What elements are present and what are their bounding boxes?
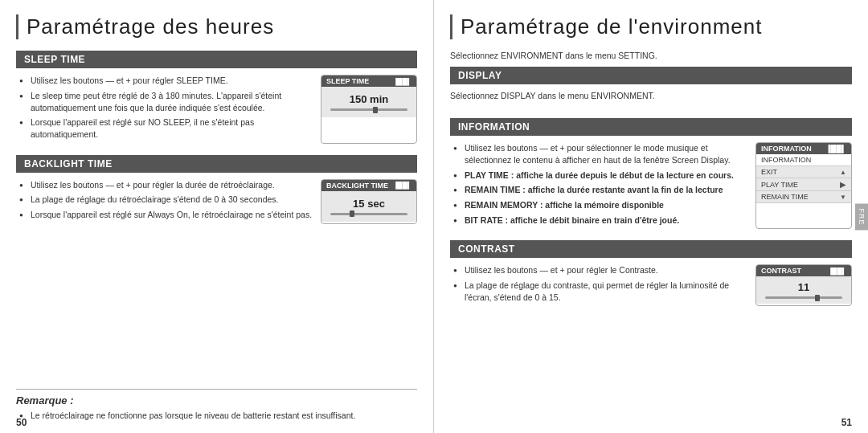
slider-thumb: [350, 210, 354, 217]
menu-item-remaintime: REMAIN TIME ▼: [756, 191, 851, 203]
page-number-left: 50: [16, 417, 27, 428]
information-text: Utilisez les boutons — et + pour sélecti…: [450, 142, 747, 229]
list-item: BIT RATE : affiche le débit binaire en t…: [453, 214, 747, 227]
left-page-title: Paramétrage des heures: [16, 14, 417, 39]
list-item: La plage de réglage du rétroéclairage s'…: [19, 194, 313, 206]
note-title: Remarque :: [16, 394, 417, 406]
display-header: DISPLAY: [450, 67, 852, 84]
contrast-device: CONTRAST ▐██▌ 11: [755, 264, 852, 306]
device-label: SLEEP TIME: [326, 77, 369, 85]
backlight-time-header: BACKLIGHT TIME: [16, 155, 417, 173]
information-section: INFORMATION Utilisez les boutons — et + …: [450, 118, 852, 229]
menu-item-information: INFORMATION: [756, 154, 851, 166]
info-menu-header: INFORMATION ▐██▌: [756, 143, 851, 154]
bold-label: PLAY TIME : affiche la durée depuis le d…: [465, 170, 734, 180]
list-item: La plage de réglage du contraste, qui pe…: [453, 280, 747, 303]
display-intro: Sélectionnez DISPLAY dans le menu ENVIRO…: [450, 91, 852, 100]
bold-label: REMAIN MEMORY : affiche la mémoire dispo…: [465, 200, 664, 210]
contrast-section: CONTRAST Utilisez les boutons — et + pou…: [450, 240, 852, 306]
backlight-time-text: Utilisez les boutons — et + pour régler …: [16, 179, 313, 224]
device-slider: [765, 296, 841, 299]
menu-item-label: EXIT: [761, 168, 777, 176]
sleep-time-header: SLEEP TIME: [16, 51, 417, 68]
note-section: Remarque : Le rétroéclairage ne fonction…: [16, 389, 417, 425]
contrast-device-body: 11: [756, 276, 851, 304]
battery-icon: ▐██▌: [825, 145, 846, 153]
list-item: Utilisez les boutons — et + pour sélecti…: [453, 142, 747, 165]
device-header: CONTRAST ▐██▌: [756, 265, 851, 276]
backlight-device: BACKLIGHT TIME ▐██▌ 15 sec: [321, 179, 417, 224]
list-item: PLAY TIME : affiche la durée depuis le d…: [453, 170, 747, 182]
battery-icon: ▐██▌: [393, 78, 411, 85]
device-header: BACKLIGHT TIME ▐██▌: [321, 180, 416, 191]
page-number-right: 51: [841, 417, 852, 428]
backlight-time-section: BACKLIGHT TIME Utilisez les boutons — et…: [16, 155, 417, 224]
menu-title: INFORMATION: [761, 145, 812, 153]
arrow-up-icon: ▲: [840, 169, 846, 176]
sleep-time-text: Utilisez les boutons — et + pour régler …: [16, 75, 313, 143]
device-label: CONTRAST: [761, 267, 801, 275]
device-label: BACKLIGHT TIME: [326, 182, 388, 190]
information-list: Utilisez les boutons — et + pour sélecti…: [450, 142, 747, 226]
left-page: Paramétrage des heures SLEEP TIME Utilis…: [0, 0, 434, 433]
list-item: Le rétroéclairage ne fonctionne pas lors…: [19, 410, 417, 422]
contrast-text: Utilisez les boutons — et + pour régler …: [450, 264, 747, 306]
menu-item-label: INFORMATION: [761, 156, 811, 164]
slider-thumb: [373, 107, 378, 113]
menu-item-label: REMAIN TIME: [761, 193, 809, 201]
page-spread: Paramétrage des heures SLEEP TIME Utilis…: [0, 0, 868, 433]
bold-label: REMAIN TIME : affiche la durée restante …: [465, 185, 723, 194]
contrast-list: Utilisez les boutons — et + pour régler …: [450, 264, 747, 303]
display-section: DISPLAY Sélectionnez DISPLAY dans le men…: [450, 67, 852, 107]
device-body: 15 sec: [321, 191, 416, 222]
right-page: Paramétrage de l'environment Sélectionne…: [434, 0, 868, 433]
device-value: 150 min: [326, 93, 411, 105]
menu-item-playtime: PLAY TIME ▶: [756, 178, 851, 191]
list-item: Lorsque l'appareil est réglé sur Always …: [19, 209, 313, 221]
list-item: Utilisez les boutons — et + pour régler …: [19, 179, 313, 191]
list-item: Utilisez les boutons — et + pour régler …: [19, 75, 313, 87]
right-page-title: Paramétrage de l'environment: [450, 14, 852, 39]
device-slider: [330, 108, 407, 111]
bold-label: BIT RATE : affiche le débit binaire en t…: [465, 215, 679, 225]
arrow-down-icon: ▼: [840, 194, 846, 201]
right-intro: Sélectionnez ENVIRONMENT dans le menu SE…: [450, 51, 852, 60]
battery-icon: ▐██▌: [828, 268, 846, 275]
device-body: 150 min: [321, 87, 416, 117]
backlight-time-content: Utilisez les boutons — et + pour régler …: [16, 179, 417, 224]
device-value: 15 sec: [326, 198, 411, 210]
sleep-time-list: Utilisez les boutons — et + pour régler …: [16, 75, 313, 140]
sleep-time-content: Utilisez les boutons — et + pour régler …: [16, 75, 417, 143]
sleep-time-section: SLEEP TIME Utilisez les boutons — et + p…: [16, 51, 417, 143]
list-item: REMAIN MEMORY : affiche la mémoire dispo…: [453, 199, 747, 211]
sleep-time-device: SLEEP TIME ▐██▌ 150 min: [321, 75, 417, 143]
contrast-header: CONTRAST: [450, 240, 852, 258]
list-item: Lorsque l'appareil est réglé sur NO SLEE…: [19, 116, 313, 140]
device-value: 11: [761, 281, 846, 293]
information-menu: INFORMATION ▐██▌ INFORMATION EXIT ▲ PLAY…: [755, 142, 852, 229]
battery-icon: ▐██▌: [393, 182, 411, 189]
backlight-time-list: Utilisez les boutons — et + pour régler …: [16, 179, 313, 221]
device-header: SLEEP TIME ▐██▌: [321, 76, 416, 87]
list-item: Utilisez les boutons — et + pour régler …: [453, 264, 747, 276]
slider-thumb: [815, 295, 820, 301]
list-item: REMAIN TIME : affiche la durée restante …: [453, 184, 747, 196]
contrast-content: Utilisez les boutons — et + pour régler …: [450, 264, 852, 306]
information-content: Utilisez les boutons — et + pour sélecti…: [450, 142, 852, 229]
arrow-right-icon: ▶: [840, 180, 846, 189]
menu-item-exit: EXIT ▲: [756, 166, 851, 178]
information-header: INFORMATION: [450, 118, 852, 136]
device-slider: [330, 213, 407, 215]
language-tab: FRE: [855, 203, 868, 230]
note-list: Le rétroéclairage ne fonctionne pas lors…: [16, 410, 417, 422]
list-item: Le sleep time peut être réglé de 3 à 180…: [19, 90, 313, 113]
menu-item-label: PLAY TIME: [761, 181, 798, 189]
